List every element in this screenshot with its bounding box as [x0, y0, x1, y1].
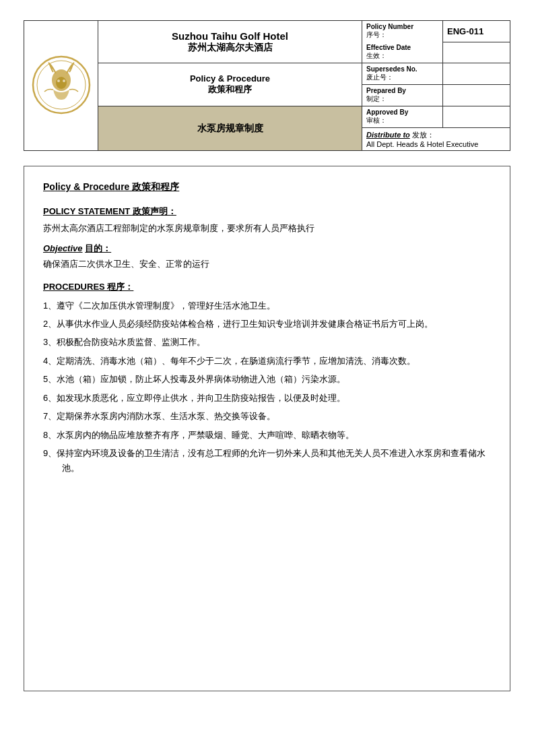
approved-by-value	[443, 106, 510, 128]
prepared-by-label-cn: 制定：	[366, 95, 387, 102]
policy-statement-block: POLICY STATEMENT 政策声明：	[43, 206, 491, 218]
policy-proc-cell: Policy & Procedure 政策和程序	[98, 63, 362, 106]
procedure-item-4: 4、定期清洗、消毒水池（箱）、每年不少于二次，在肠道病流行季节，应增加清洗、消毒…	[43, 354, 491, 368]
objective-label-cn: 目的：	[85, 243, 111, 253]
supersedes-label-cell: Supersedes No. 废止号：	[362, 63, 443, 85]
procedure-item-6: 6、如发现水质恶化，应立即停止供水，并向卫生防疫站报告，以便及时处理。	[43, 391, 491, 405]
approved-by-label-cell: Approved By 审核：	[362, 106, 443, 128]
doc-title-cell: 水泵房规章制度	[98, 106, 362, 151]
procedure-item-9: 9、保持室内环境及设备的卫生清洁，没有总工程师的允许一切外来人员和其他无关人员不…	[43, 446, 491, 475]
prepared-by-label-cell: Prepared By 制定：	[362, 85, 443, 106]
policy-number-label: Policy Number	[366, 23, 413, 30]
policy-number-label-cell: Policy Number 序号：	[362, 21, 443, 42]
policy-number-value: ENG-011	[443, 21, 510, 42]
supersedes-label: Supersedes No.	[366, 65, 418, 73]
distribute-cell: Distribute to 发放： All Dept. Heads & Hote…	[362, 128, 510, 151]
procedures-title: PROCEDURES 程序：	[43, 281, 491, 293]
svg-point-4	[57, 80, 60, 82]
distribute-to-label: Distribute to	[366, 131, 410, 139]
hotel-logo-icon	[31, 55, 92, 115]
effective-date-label: Effective Date	[366, 44, 411, 51]
svg-point-5	[63, 80, 65, 82]
prepared-by-label: Prepared By	[366, 87, 406, 94]
distribute-label-cn: 发放：	[412, 131, 434, 139]
svg-point-3	[56, 77, 67, 89]
prepared-by-value	[443, 85, 510, 106]
supersedes-label-cn: 废止号：	[366, 73, 393, 81]
hotel-name-en: Suzhou Taihu Golf Hotel	[102, 30, 358, 42]
policy-proc-en: Policy & Procedure	[102, 73, 358, 84]
effective-date-label-cell: Effective Date 生效：	[362, 42, 443, 63]
procedure-item-1: 1、遵守《二次加压供水管理制度》，管理好生活水池卫生。	[43, 298, 491, 313]
hotel-name-cell: Suzhou Taihu Golf Hotel 苏州太湖高尔夫酒店	[98, 21, 362, 63]
logo-cell	[24, 21, 98, 151]
procedure-item-3: 3、积极配合防疫站水质监督、监测工作。	[43, 335, 491, 349]
policy-statement-label: POLICY STATEMENT 政策声明：	[43, 206, 176, 216]
policy-proc-cn: 政策和程序	[102, 84, 358, 96]
procedure-item-8: 8、水泵房内的物品应堆放整齐有序，严禁吸烟、睡觉、大声喧哗、晾晒衣物等。	[43, 428, 491, 442]
page: Suzhou Taihu Golf Hotel 苏州太湖高尔夫酒店 Policy…	[0, 0, 534, 756]
policy-statement-text: 苏州太高尔酒店工程部制定的水泵房规章制度，要求所有人员严格执行	[43, 222, 491, 236]
distribute-value: All Dept. Heads & Hotel Executive	[366, 140, 478, 148]
content-box: Policy & Procedure 政策和程序 POLICY STATEMEN…	[24, 166, 510, 691]
procedure-item-5: 5、水池（箱）应加锁，防止坏人投毒及外界病体动物进入池（箱）污染水源。	[43, 372, 491, 386]
hotel-name-cn: 苏州太湖高尔夫酒店	[102, 42, 358, 54]
approved-by-label: Approved By	[366, 108, 408, 116]
objective-text: 确保酒店二次供水卫生、安全、正常的运行	[43, 257, 491, 272]
doc-title: 水泵房规章制度	[197, 123, 263, 133]
supersedes-value	[443, 63, 510, 85]
procedure-list: 1、遵守《二次加压供水管理制度》，管理好生活水池卫生。2、从事供水作业人员必须经…	[43, 298, 491, 475]
content-title: Policy & Procedure 政策和程序	[43, 181, 491, 193]
objective-block: Objective 目的：	[43, 243, 491, 255]
policy-number-label-cn: 序号：	[366, 31, 387, 38]
header-table: Suzhou Taihu Golf Hotel 苏州太湖高尔夫酒店 Policy…	[24, 20, 510, 151]
effective-date-value	[443, 42, 510, 63]
effective-date-label-cn: 生效：	[366, 52, 387, 59]
procedure-item-7: 7、定期保养水泵房内消防水泵、生活水泵、热交换等设备。	[43, 409, 491, 423]
objective-label-en: Objective	[43, 243, 83, 253]
approved-by-label-cn: 审核：	[366, 117, 387, 124]
procedure-item-2: 2、从事供水作业人员必须经防疫站体检合格，进行卫生知识专业培训并发健康合格证书后…	[43, 317, 491, 331]
